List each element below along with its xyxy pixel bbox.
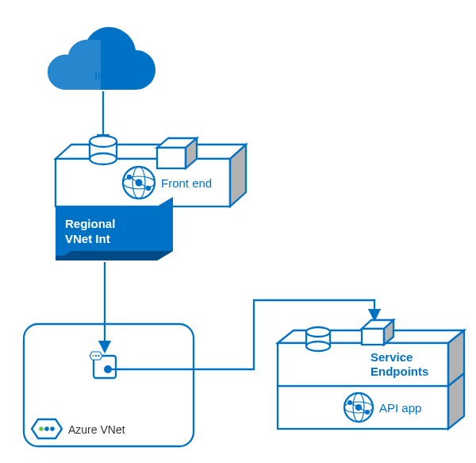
subnet-endpoint-icon: [90, 352, 121, 378]
vnet-label: Azure VNet: [68, 423, 125, 436]
svg-point-5: [90, 153, 117, 164]
cube-icon: [157, 138, 197, 168]
cube-icon: [362, 320, 393, 345]
endpoints-label-2: Endpoints: [370, 365, 428, 378]
svg-rect-11: [157, 148, 186, 168]
app-service-icon: [344, 393, 373, 422]
vnet-int-label-1: Regional: [65, 217, 115, 230]
svg-point-30: [92, 355, 94, 357]
frontend-block: Front end: [56, 136, 246, 206]
azure-vnet-container: Azure VNet: [24, 324, 194, 446]
svg-marker-1: [56, 145, 246, 159]
internet-label: Internet: [94, 68, 136, 82]
svg-point-35: [44, 426, 49, 431]
svg-point-48: [306, 327, 330, 337]
app-service-icon: [123, 167, 155, 199]
vnet-integration-block: Regional VNet Int: [56, 197, 173, 260]
api-label: API app: [379, 401, 421, 415]
svg-point-34: [39, 426, 44, 431]
cylinder-icon: [90, 136, 117, 164]
svg-point-36: [50, 426, 55, 431]
cylinder-icon: [306, 327, 330, 351]
svg-rect-24: [56, 256, 157, 260]
svg-point-31: [95, 355, 97, 357]
svg-rect-51: [362, 329, 384, 345]
api-app-block: Service Endpoints API app: [278, 320, 464, 429]
svg-point-8: [90, 136, 117, 147]
frontend-label: Front end: [161, 176, 212, 190]
architecture-diagram: Internet: [0, 0, 476, 463]
endpoints-label-1: Service: [370, 350, 413, 364]
svg-point-32: [98, 355, 99, 357]
vnet-icon: [32, 419, 62, 438]
vnet-int-label-2: VNet Int: [65, 232, 110, 245]
svg-point-45: [306, 341, 330, 351]
